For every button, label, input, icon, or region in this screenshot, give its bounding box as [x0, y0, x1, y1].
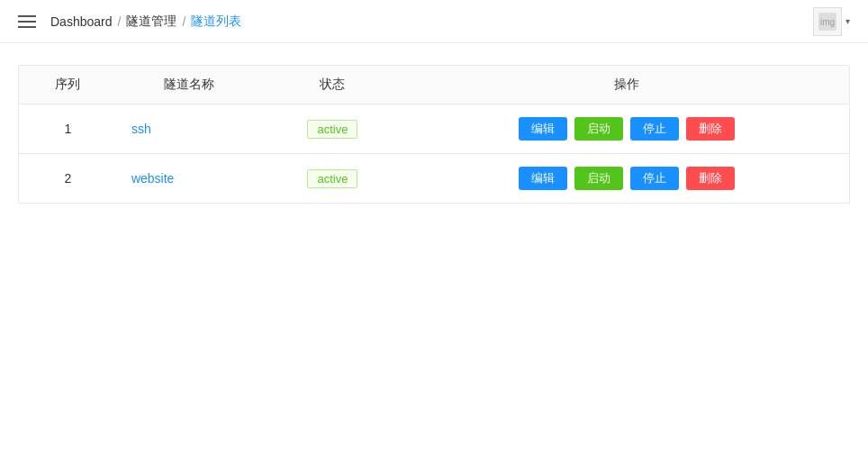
- action-buttons-0: 编辑 启动 停止 删除: [419, 117, 835, 141]
- content: 序列 隧道名称 状态 操作 1 ssh active 编辑 启动 停止 删除: [0, 43, 868, 225]
- hamburger-icon[interactable]: [18, 15, 36, 28]
- header-left: Dashboard / 隧道管理 / 隧道列表: [18, 14, 241, 30]
- avatar-icon: img: [817, 11, 838, 32]
- breadcrumb-tunnel-manage: 隧道管理: [126, 14, 176, 30]
- status-badge-1: active: [307, 169, 357, 188]
- table-row: 1 ssh active 编辑 启动 停止 删除: [19, 104, 849, 154]
- table-row: 2 website active 编辑 启动 停止 删除: [19, 154, 849, 204]
- cell-actions-1: 编辑 启动 停止 删除: [404, 154, 849, 204]
- cell-actions-0: 编辑 启动 停止 删除: [404, 104, 849, 154]
- edit-button-1[interactable]: 编辑: [519, 167, 567, 190]
- breadcrumb-tunnel-list: 隧道列表: [191, 14, 241, 30]
- breadcrumb-sep-1: /: [118, 14, 122, 29]
- status-badge-0: active: [307, 120, 357, 139]
- breadcrumb-dashboard: Dashboard: [50, 14, 113, 29]
- stop-button-0[interactable]: 停止: [630, 117, 679, 141]
- delete-button-1[interactable]: 删除: [686, 167, 735, 190]
- start-button-1[interactable]: 启动: [574, 167, 623, 190]
- avatar[interactable]: img: [813, 7, 842, 36]
- header-right: img ▾: [813, 7, 850, 36]
- edit-button-0[interactable]: 编辑: [519, 117, 567, 141]
- cell-status-0: active: [261, 104, 405, 154]
- col-header-actions: 操作: [404, 66, 849, 104]
- stop-button-1[interactable]: 停止: [630, 167, 679, 190]
- cell-index-1: 2: [19, 154, 117, 204]
- col-header-status: 状态: [261, 66, 405, 104]
- breadcrumb: Dashboard / 隧道管理 / 隧道列表: [50, 14, 241, 30]
- col-header-index: 序列: [19, 66, 117, 104]
- start-button-0[interactable]: 启动: [574, 117, 623, 141]
- tunnel-table: 序列 隧道名称 状态 操作 1 ssh active 编辑 启动 停止 删除: [18, 65, 850, 204]
- table-header-row: 序列 隧道名称 状态 操作: [19, 66, 849, 104]
- breadcrumb-sep-2: /: [182, 14, 185, 29]
- cell-name-0: ssh: [117, 104, 261, 154]
- action-buttons-1: 编辑 启动 停止 删除: [419, 167, 835, 190]
- header: Dashboard / 隧道管理 / 隧道列表 img ▾: [0, 0, 868, 43]
- cell-index-0: 1: [19, 104, 117, 154]
- cell-name-1: website: [117, 154, 261, 204]
- delete-button-0[interactable]: 删除: [686, 117, 735, 141]
- user-dropdown-arrow[interactable]: ▾: [845, 16, 850, 26]
- cell-status-1: active: [261, 154, 405, 204]
- svg-text:img: img: [820, 17, 835, 27]
- col-header-name: 隧道名称: [117, 66, 261, 104]
